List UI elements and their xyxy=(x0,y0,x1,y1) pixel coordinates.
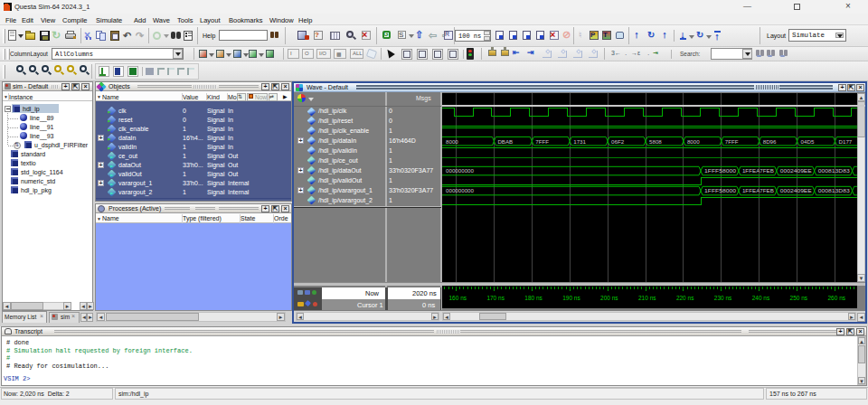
svg-text:200 ns: 200 ns xyxy=(600,295,618,301)
svg-text:0002409EE: 0002409EE xyxy=(780,187,812,193)
svg-text:1FFEA7FEB: 1FFEA7FEB xyxy=(742,187,774,193)
svg-text:1FFF58000: 1FFF58000 xyxy=(704,167,737,174)
svg-text:D177: D177 xyxy=(839,138,853,145)
svg-text:240 ns: 240 ns xyxy=(752,295,770,301)
svg-text:000000000: 000000000 xyxy=(446,187,475,193)
svg-text:160 ns: 160 ns xyxy=(449,295,467,301)
svg-text:190 ns: 190 ns xyxy=(562,295,580,301)
svg-text:250 ns: 250 ns xyxy=(790,295,808,301)
svg-text:0002409EE: 0002409EE xyxy=(780,167,812,174)
svg-text:000000000: 000000000 xyxy=(446,167,475,174)
svg-text:000813D83: 000813D83 xyxy=(818,167,851,174)
svg-text:210 ns: 210 ns xyxy=(638,295,656,301)
svg-text:1731: 1731 xyxy=(573,138,586,145)
svg-text:000813D83: 000813D83 xyxy=(818,187,851,193)
svg-text:8000: 8000 xyxy=(687,138,700,145)
svg-text:DBAB: DBAB xyxy=(497,138,513,145)
svg-text:04D5: 04D5 xyxy=(801,138,815,145)
svg-text:06F2: 06F2 xyxy=(611,138,625,145)
svg-text:220 ns: 220 ns xyxy=(676,295,694,301)
svg-text:5808: 5808 xyxy=(649,138,662,145)
svg-text:1FFEA7FEB: 1FFEA7FEB xyxy=(742,167,774,174)
svg-text:8000: 8000 xyxy=(446,138,458,145)
svg-text:1FFF58000: 1FFF58000 xyxy=(704,187,737,193)
svg-text:230 ns: 230 ns xyxy=(714,295,732,301)
svg-text:260 ns: 260 ns xyxy=(828,295,846,301)
svg-text:7FFF: 7FFF xyxy=(535,138,549,145)
svg-text:7FFF: 7FFF xyxy=(725,138,739,145)
svg-text:180 ns: 180 ns xyxy=(524,295,542,301)
svg-text:170 ns: 170 ns xyxy=(486,295,505,301)
svg-text:8D96: 8D96 xyxy=(763,138,777,145)
